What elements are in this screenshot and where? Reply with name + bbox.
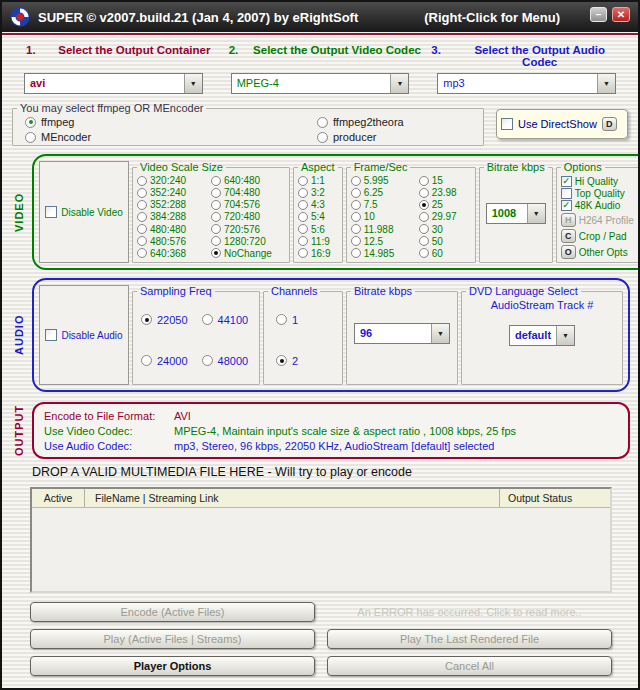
radio-option[interactable]: 5:6: [298, 224, 338, 235]
radio-option[interactable]: 50: [419, 236, 471, 247]
radio-option[interactable]: 1:1: [298, 175, 338, 186]
radio-option[interactable]: 640:480: [211, 175, 285, 186]
radio-option[interactable]: 30: [419, 224, 471, 235]
aspect-group: Aspect 1:1 3:2 4:3 5:4 5:6 11:9 16:9: [293, 161, 343, 263]
radio-option[interactable]: 704:576: [211, 199, 285, 210]
radio-option[interactable]: 720:576: [211, 224, 285, 235]
radio-icon: [298, 200, 308, 210]
radio-option[interactable]: 23.98: [419, 187, 471, 198]
radio-option[interactable]: 29.97: [419, 211, 471, 222]
play-last-rendered-button[interactable]: Play The Last Rendered File: [327, 629, 612, 649]
radio-producer[interactable]: producer: [317, 131, 404, 143]
chevron-down-icon[interactable]: ▼: [556, 326, 574, 345]
radio-icon: [25, 117, 36, 128]
other-opts-button[interactable]: O: [561, 245, 576, 259]
column-output-status: Output Status: [500, 492, 610, 504]
top-quality-checkbox[interactable]: [561, 188, 572, 199]
radio-option[interactable]: 384:288: [137, 211, 211, 222]
step-2-label: 2. Select the Output Video Codec: [219, 44, 422, 68]
48k-audio-checkbox[interactable]: ✓: [561, 200, 572, 211]
hi-quality-checkbox[interactable]: ✓: [561, 176, 572, 187]
radio-option[interactable]: 12.5: [351, 236, 419, 247]
radio-option[interactable]: 480:576: [137, 236, 211, 247]
file-list-body[interactable]: [32, 508, 610, 591]
audio-bitrate-combobox[interactable]: 96 ▼: [354, 323, 450, 344]
chevron-down-icon[interactable]: ▼: [390, 74, 408, 93]
encode-button[interactable]: Encode (Active Files): [30, 602, 315, 622]
audio-codec-combobox[interactable]: mp3 ▼: [437, 73, 616, 94]
radio-option[interactable]: 6.25: [351, 187, 419, 198]
radio-option[interactable]: 640:368: [137, 248, 211, 259]
radio-option[interactable]: 480:480: [137, 224, 211, 235]
radio-option[interactable]: 3:2: [298, 187, 338, 198]
radio-option[interactable]: 11:9: [298, 236, 338, 247]
radio-option-selected[interactable]: 25: [419, 199, 471, 210]
radio-option[interactable]: 1: [276, 314, 338, 326]
title-bar[interactable]: SUPER © v2007.build.21 (Jan 4, 2007) by …: [2, 2, 638, 32]
chevron-down-icon[interactable]: ▼: [184, 74, 202, 93]
disable-audio-option[interactable]: Disable Audio: [39, 285, 129, 385]
audiostream-combobox[interactable]: default ▼: [509, 325, 575, 346]
codec-selector-row: avi ▼ MPEG-4 ▼ mp3 ▼: [24, 73, 616, 94]
video-codec-combobox[interactable]: MPEG-4 ▼: [231, 73, 410, 94]
radio-icon: [137, 200, 147, 210]
48k-audio-option[interactable]: ✓ 48K Audio: [561, 200, 640, 211]
error-notice[interactable]: An ERROR has occurred. Click to read mor…: [327, 602, 612, 622]
radio-ffmpeg[interactable]: ffmpeg: [25, 116, 317, 128]
audiostream-track-label: AudioStream Track #: [491, 299, 594, 311]
disable-video-checkbox[interactable]: [45, 206, 57, 218]
minimize-button[interactable]: –: [590, 7, 607, 22]
radio-option[interactable]: 4:3: [298, 199, 338, 210]
chevron-down-icon[interactable]: ▼: [431, 324, 449, 343]
step-labels-row: 1. Select the Output Container 2. Select…: [16, 44, 624, 68]
chevron-down-icon[interactable]: ▼: [597, 74, 615, 93]
output-summary-box: Encode to File Format: AVI Use Video Cod…: [32, 402, 630, 459]
top-quality-option[interactable]: Top Quality: [561, 188, 640, 199]
radio-option[interactable]: 11.988: [351, 224, 419, 235]
radio-option[interactable]: 60: [419, 248, 471, 259]
radio-icon: [298, 212, 308, 222]
radio-option[interactable]: 704:480: [211, 187, 285, 198]
play-button[interactable]: Play (Active Files | Streams): [30, 629, 315, 649]
radio-option[interactable]: 720:480: [211, 211, 285, 222]
file-list[interactable]: Active FileName | Streaming Link Output …: [30, 487, 612, 593]
radio-option[interactable]: 10: [351, 211, 419, 222]
radio-option-selected[interactable]: NoChange: [211, 248, 285, 259]
radio-option[interactable]: 1280:720: [211, 236, 285, 247]
radio-icon: [276, 355, 287, 366]
radio-option[interactable]: 5:4: [298, 211, 338, 222]
radio-option[interactable]: 320:240: [137, 175, 211, 186]
video-bitrate-combobox[interactable]: 1008 ▼: [486, 203, 546, 224]
hi-quality-option[interactable]: ✓ Hi Quality: [561, 176, 640, 187]
disable-video-option[interactable]: Disable Video: [39, 161, 129, 263]
disable-audio-checkbox[interactable]: [45, 329, 57, 341]
radio-option[interactable]: 44100: [202, 314, 249, 326]
use-directshow-checkbox[interactable]: [501, 118, 513, 130]
radio-ffmpeg2theora[interactable]: ffmpeg2theora: [317, 116, 404, 128]
container-combobox[interactable]: avi ▼: [24, 73, 203, 94]
crop-pad-button[interactable]: C: [561, 229, 576, 243]
radio-option[interactable]: 7.5: [351, 199, 419, 210]
radio-option[interactable]: 352:288: [137, 199, 211, 210]
radio-option-selected[interactable]: 22050: [141, 314, 188, 326]
radio-option[interactable]: 16:9: [298, 248, 338, 259]
app-logo-icon: [10, 7, 30, 27]
radio-option[interactable]: 48000: [202, 355, 249, 367]
super-app-window: SUPER © v2007.build.21 (Jan 4, 2007) by …: [0, 0, 640, 690]
h264-profile-button[interactable]: H: [561, 213, 576, 227]
radio-icon: [211, 212, 221, 222]
chevron-down-icon[interactable]: ▼: [527, 204, 545, 223]
video-bitrate-group: Bitrate kbps 1008 ▼: [479, 161, 553, 263]
radio-option[interactable]: 14.985: [351, 248, 419, 259]
radio-option[interactable]: 24000: [141, 355, 188, 367]
radio-option[interactable]: 352:240: [137, 187, 211, 198]
close-button[interactable]: ✕: [612, 7, 630, 22]
directshow-d-button[interactable]: D: [602, 117, 617, 131]
radio-option[interactable]: 15: [419, 175, 471, 186]
player-options-button[interactable]: Player Options: [30, 656, 315, 676]
audio-bitrate-value: 96: [355, 324, 431, 343]
radio-mencoder[interactable]: MEncoder: [25, 131, 317, 143]
radio-option-selected[interactable]: 2: [276, 355, 338, 367]
radio-option[interactable]: 5.995: [351, 175, 419, 186]
cancel-all-button[interactable]: Cancel All: [327, 656, 612, 676]
